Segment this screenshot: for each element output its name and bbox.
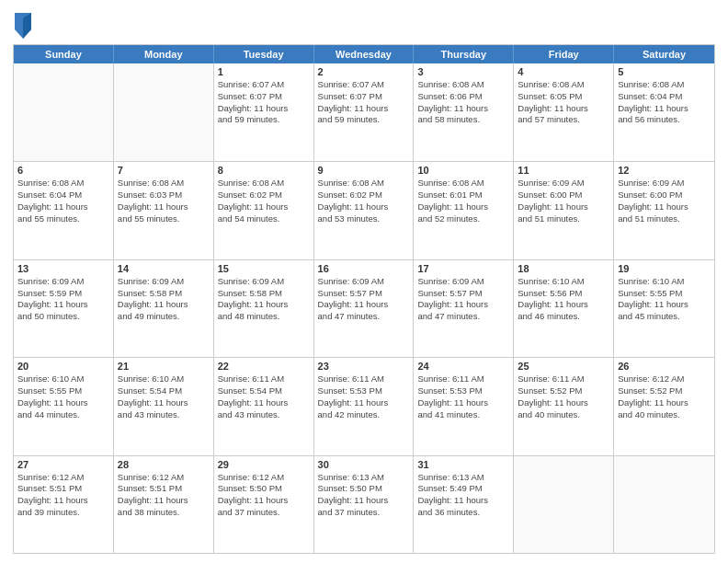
day-info-line: Sunrise: 6:08 AM bbox=[118, 178, 210, 190]
calendar: SundayMondayTuesdayWednesdayThursdayFrid… bbox=[13, 44, 715, 554]
day-info-line: and 56 minutes. bbox=[618, 114, 711, 126]
day-info-line: and 51 minutes. bbox=[518, 213, 609, 225]
day-info-line: Sunset: 5:56 PM bbox=[518, 288, 609, 300]
day-cell-21: 21Sunrise: 6:10 AMSunset: 5:54 PMDayligh… bbox=[114, 358, 214, 454]
day-info-line: and 41 minutes. bbox=[417, 409, 509, 421]
day-number: 1 bbox=[218, 66, 310, 77]
day-number: 16 bbox=[318, 263, 410, 274]
day-info-line: and 40 minutes. bbox=[518, 409, 609, 421]
day-info-line: Daylight: 11 hours bbox=[417, 495, 509, 507]
weekday-header-monday: Monday bbox=[114, 45, 214, 63]
weekday-header-sunday: Sunday bbox=[14, 45, 114, 63]
day-info-line: Sunset: 6:02 PM bbox=[218, 190, 310, 201]
logo bbox=[13, 13, 35, 39]
day-cell-17: 17Sunrise: 6:09 AMSunset: 5:57 PMDayligh… bbox=[414, 260, 514, 357]
empty-cell-w0c0 bbox=[14, 63, 114, 161]
day-info-line: Sunrise: 6:12 AM bbox=[17, 472, 109, 484]
day-cell-18: 18Sunrise: 6:10 AMSunset: 5:56 PMDayligh… bbox=[514, 260, 614, 357]
calendar-week-1: 1Sunrise: 6:07 AMSunset: 6:07 PMDaylight… bbox=[14, 63, 714, 161]
day-cell-26: 26Sunrise: 6:12 AMSunset: 5:52 PMDayligh… bbox=[614, 358, 714, 454]
day-info-line: Sunset: 6:03 PM bbox=[118, 190, 210, 201]
calendar-week-5: 27Sunrise: 6:12 AMSunset: 5:51 PMDayligh… bbox=[14, 455, 714, 553]
day-info-line: Daylight: 11 hours bbox=[518, 299, 609, 311]
day-info-line: Sunset: 5:51 PM bbox=[118, 483, 210, 495]
day-info-line: and 54 minutes. bbox=[218, 213, 310, 225]
day-info-line: and 46 minutes. bbox=[518, 311, 609, 323]
day-info-line: Sunset: 5:52 PM bbox=[518, 385, 609, 397]
day-info-line: Sunrise: 6:08 AM bbox=[618, 79, 711, 91]
day-cell-27: 27Sunrise: 6:12 AMSunset: 5:51 PMDayligh… bbox=[14, 456, 114, 553]
day-info-line: Daylight: 11 hours bbox=[218, 495, 310, 507]
day-cell-22: 22Sunrise: 6:11 AMSunset: 5:54 PMDayligh… bbox=[214, 358, 314, 454]
day-info-line: Sunset: 5:57 PM bbox=[318, 288, 410, 300]
day-info-line: Daylight: 11 hours bbox=[218, 201, 310, 213]
day-number: 8 bbox=[218, 165, 310, 176]
day-cell-16: 16Sunrise: 6:09 AMSunset: 5:57 PMDayligh… bbox=[314, 260, 415, 357]
day-info-line: and 55 minutes. bbox=[118, 213, 210, 225]
day-info-line: Daylight: 11 hours bbox=[118, 397, 210, 409]
day-info-line: Sunset: 6:01 PM bbox=[417, 190, 509, 201]
day-cell-25: 25Sunrise: 6:11 AMSunset: 5:52 PMDayligh… bbox=[514, 358, 614, 454]
day-info-line: Sunrise: 6:13 AM bbox=[318, 472, 410, 484]
day-cell-19: 19Sunrise: 6:10 AMSunset: 5:55 PMDayligh… bbox=[614, 260, 714, 357]
day-number: 13 bbox=[17, 263, 109, 274]
day-info-line: Sunrise: 6:12 AM bbox=[618, 373, 711, 385]
day-info-line: Daylight: 11 hours bbox=[318, 201, 410, 213]
day-info-line: Sunset: 5:52 PM bbox=[618, 385, 711, 397]
day-info-line: Daylight: 11 hours bbox=[318, 299, 410, 311]
day-info-line: Sunset: 5:55 PM bbox=[618, 288, 711, 300]
day-info-line: Sunset: 5:50 PM bbox=[318, 483, 410, 495]
day-cell-11: 11Sunrise: 6:09 AMSunset: 6:00 PMDayligh… bbox=[514, 162, 614, 259]
day-info-line: Sunset: 6:07 PM bbox=[318, 91, 410, 103]
day-info-line: Daylight: 11 hours bbox=[118, 495, 210, 507]
calendar-body: 1Sunrise: 6:07 AMSunset: 6:07 PMDaylight… bbox=[14, 63, 714, 553]
day-info-line: Sunrise: 6:07 AM bbox=[218, 79, 310, 91]
day-info-line: Sunrise: 6:11 AM bbox=[318, 373, 410, 385]
day-cell-6: 6Sunrise: 6:08 AMSunset: 6:04 PMDaylight… bbox=[14, 162, 114, 259]
day-cell-20: 20Sunrise: 6:10 AMSunset: 5:55 PMDayligh… bbox=[14, 358, 114, 454]
day-cell-2: 2Sunrise: 6:07 AMSunset: 6:07 PMDaylight… bbox=[314, 63, 415, 161]
day-info-line: Sunrise: 6:08 AM bbox=[417, 178, 509, 190]
day-info-line: Daylight: 11 hours bbox=[118, 299, 210, 311]
day-info-line: Sunrise: 6:09 AM bbox=[218, 276, 310, 288]
day-number: 19 bbox=[618, 263, 711, 274]
day-cell-29: 29Sunrise: 6:12 AMSunset: 5:50 PMDayligh… bbox=[214, 456, 314, 553]
day-info-line: Sunrise: 6:11 AM bbox=[518, 373, 609, 385]
calendar-week-4: 20Sunrise: 6:10 AMSunset: 5:55 PMDayligh… bbox=[14, 357, 714, 454]
day-info-line: Daylight: 11 hours bbox=[318, 495, 410, 507]
day-number: 5 bbox=[618, 66, 711, 77]
day-number: 4 bbox=[518, 66, 609, 77]
day-info-line: and 43 minutes. bbox=[118, 409, 210, 421]
day-cell-3: 3Sunrise: 6:08 AMSunset: 6:06 PMDaylight… bbox=[414, 63, 514, 161]
day-info-line: Daylight: 11 hours bbox=[17, 201, 109, 213]
day-info-line: Sunrise: 6:08 AM bbox=[417, 79, 509, 91]
day-info-line: Sunset: 6:00 PM bbox=[518, 190, 609, 201]
day-info-line: Sunrise: 6:09 AM bbox=[318, 276, 410, 288]
day-number: 6 bbox=[17, 165, 109, 176]
day-info-line: Sunset: 5:57 PM bbox=[417, 288, 509, 300]
day-info-line: and 59 minutes. bbox=[318, 114, 410, 126]
day-number: 29 bbox=[218, 459, 310, 470]
day-cell-9: 9Sunrise: 6:08 AMSunset: 6:02 PMDaylight… bbox=[314, 162, 415, 259]
day-info-line: Sunset: 6:04 PM bbox=[618, 91, 711, 103]
day-cell-31: 31Sunrise: 6:13 AMSunset: 5:49 PMDayligh… bbox=[414, 456, 514, 553]
day-info-line: Daylight: 11 hours bbox=[518, 103, 609, 115]
day-number: 26 bbox=[618, 361, 711, 372]
day-info-line: Sunrise: 6:09 AM bbox=[417, 276, 509, 288]
weekday-header-saturday: Saturday bbox=[614, 45, 714, 63]
day-info-line: Sunset: 6:05 PM bbox=[518, 91, 609, 103]
day-cell-24: 24Sunrise: 6:11 AMSunset: 5:53 PMDayligh… bbox=[414, 358, 514, 454]
empty-cell-w4c5 bbox=[514, 456, 614, 553]
day-info-line: Sunrise: 6:08 AM bbox=[218, 178, 310, 190]
day-info-line: Sunrise: 6:09 AM bbox=[618, 178, 711, 190]
day-info-line: and 55 minutes. bbox=[17, 213, 109, 225]
day-number: 12 bbox=[618, 165, 711, 176]
day-number: 21 bbox=[118, 361, 210, 372]
calendar-week-2: 6Sunrise: 6:08 AMSunset: 6:04 PMDaylight… bbox=[14, 161, 714, 259]
empty-cell-w0c1 bbox=[114, 63, 214, 161]
day-info-line: Sunrise: 6:08 AM bbox=[518, 79, 609, 91]
day-cell-15: 15Sunrise: 6:09 AMSunset: 5:58 PMDayligh… bbox=[214, 260, 314, 357]
day-info-line: Sunrise: 6:08 AM bbox=[17, 178, 109, 190]
day-number: 31 bbox=[417, 459, 509, 470]
day-info-line: Daylight: 11 hours bbox=[417, 201, 509, 213]
